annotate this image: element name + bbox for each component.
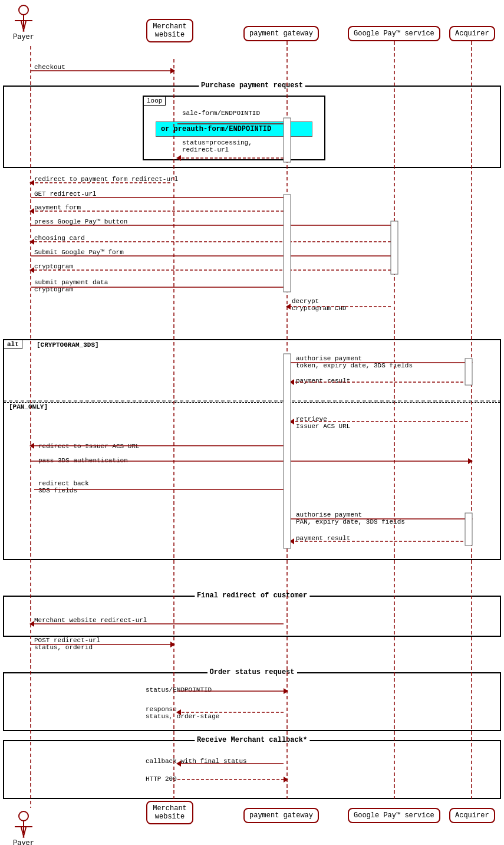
msg-pass-3ds: pass 3DS authentication	[38, 457, 128, 464]
alt-pan-label: [PAN_ONLY]	[9, 403, 48, 410]
frame-order-status-label: Order status request	[207, 668, 297, 677]
svg-marker-24	[29, 267, 34, 273]
merchant-participant-top: Merchantwebsite	[146, 19, 193, 42]
stickman-legs	[21, 21, 27, 32]
stickman-head-bottom	[18, 811, 29, 821]
msg-get-redirect: GET redirect-url	[34, 190, 97, 198]
msg-submit-payment: submit payment data	[34, 279, 108, 286]
googlepay-participant-bottom: Google Pay™ service	[348, 808, 440, 823]
merchant-label-top: Merchantwebsite	[153, 22, 187, 39]
googlepay-label-top: Google Pay™ service	[354, 29, 434, 38]
msg-pan-fields: PAN, expiry date, 3DS fields	[296, 518, 405, 525]
msg-decrypt: decrypt	[292, 298, 319, 305]
msg-checkout: checkout	[34, 64, 65, 71]
msg-redirect-payment-form: redirect to payment form redirect-url	[34, 176, 178, 183]
msg-redirect-acs: redirect to Issuer ACS URL	[38, 443, 140, 450]
stickman-arms	[15, 20, 32, 21]
frame-final-redirect: Final redirect of customer	[3, 596, 501, 637]
msg-http-200: HTTP 200	[146, 775, 177, 782]
msg-sale-form: sale-form/ENDPOINTID	[182, 110, 260, 117]
svg-marker-28	[286, 304, 291, 310]
stickman-legs-bottom	[21, 827, 27, 838]
msg-choosing-card: choosing card	[34, 235, 85, 242]
svg-marker-16	[29, 208, 34, 214]
svg-marker-22	[391, 253, 396, 259]
gateway-label-bottom: payment gateway	[249, 811, 313, 820]
merchant-participant-bottom: Merchantwebsite	[146, 801, 193, 824]
frame-loop-tag: loop	[144, 97, 166, 106]
svg-marker-26	[284, 284, 288, 290]
svg-marker-20	[29, 239, 34, 245]
msg-post-redirect: POST redirect-url	[34, 637, 100, 644]
frame-purchase: Purchase payment request loop sale-form/…	[3, 86, 501, 168]
acquirer-participant-top: Acquirer	[449, 26, 495, 41]
svg-rect-59	[284, 195, 291, 292]
msg-press-gpay: press Google Pay™ button	[34, 218, 127, 225]
frame-callback-label: Receive Merchant callback*	[195, 735, 309, 745]
msg-token-fields: token, expiry date, 3DS fields	[296, 362, 413, 369]
svg-marker-18	[391, 222, 396, 228]
msg-redirect-url: redirect-url	[182, 146, 229, 153]
msg-retrieve: retrieve	[296, 416, 327, 423]
acquirer-label-bottom: Acquirer	[455, 811, 489, 820]
payer-actor-top: Payer	[13, 5, 34, 41]
frame-order-status: Order status request status/ENDPOINTID r…	[3, 672, 501, 731]
msg-authorise-pan: authorise payment	[296, 511, 362, 518]
msg-authorise-token: authorise payment	[296, 355, 362, 362]
msg-redirect-back: redirect back	[38, 480, 89, 487]
frame-purchase-label: Purchase payment request	[199, 81, 305, 90]
msg-status-order-stage: status, order-stage	[146, 713, 219, 720]
msg-issuer-acs: Issuer ACS URL	[296, 423, 350, 430]
highlight-preauth: or preauth-form/ENDPOINTID	[156, 121, 312, 137]
frame-alt: alt [CRYPTOGRAM_3DS] authorise payment t…	[3, 339, 501, 560]
msg-status-processing: status=processing,	[182, 139, 252, 146]
svg-marker-49	[170, 642, 175, 647]
diagram-container: Payer Merchantwebsite payment gateway Go…	[0, 0, 504, 845]
msg-status-orderid: status, orderid	[34, 644, 93, 651]
msg-cryptogram: cryptogram	[34, 263, 73, 270]
acquirer-label-top: Acquirer	[455, 29, 489, 38]
svg-marker-6	[170, 68, 175, 74]
stickman-arms-bottom	[15, 826, 32, 827]
payer-label-bottom: Payer	[13, 839, 34, 845]
merchant-label-bottom: Merchantwebsite	[153, 804, 187, 821]
msg-response: response	[146, 706, 177, 713]
msg-merchant-redirect: Merchant website redirect-url	[34, 617, 147, 624]
frame-final-redirect-label: Final redirect of customer	[195, 591, 309, 600]
stickman-head	[18, 5, 29, 15]
payer-label-top: Payer	[13, 33, 34, 41]
msg-payment-form: payment form	[34, 204, 81, 211]
frame-callback: Receive Merchant callback* callback with…	[3, 740, 501, 799]
gateway-label-top: payment gateway	[249, 29, 313, 38]
msg-payment-result-2: payment result	[296, 535, 350, 542]
msg-cryptogram2: cryptogram	[34, 286, 73, 293]
gateway-participant-top: payment gateway	[243, 26, 319, 41]
alt-separator	[4, 402, 500, 403]
gateway-participant-bottom: payment gateway	[243, 808, 319, 823]
acquirer-participant-bottom: Acquirer	[449, 808, 495, 823]
msg-cryptogram-chd: cryptogram CHD	[292, 305, 346, 312]
msg-callback-final: callback with final status	[146, 758, 247, 765]
svg-rect-60	[391, 221, 398, 274]
frame-loop: loop sale-form/ENDPOINTID or preauth-for…	[143, 96, 325, 160]
msg-submit-gpay: Submit Google Pay™ form	[34, 249, 124, 256]
payer-actor-bottom: Payer	[13, 811, 34, 845]
msg-payment-result-1: payment result	[296, 377, 350, 384]
frame-alt-tag: alt	[4, 340, 22, 349]
alt-cryptogram-label: [CRYPTOGRAM_3DS]	[37, 341, 99, 348]
msg-3ds-fields: 3DS fields	[38, 487, 77, 494]
svg-marker-14	[284, 195, 288, 200]
msg-status-endpoint: status/ENDPOINTID	[146, 686, 212, 693]
googlepay-label-bottom: Google Pay™ service	[354, 811, 434, 820]
svg-marker-12	[29, 180, 34, 186]
googlepay-participant-top: Google Pay™ service	[348, 26, 440, 41]
